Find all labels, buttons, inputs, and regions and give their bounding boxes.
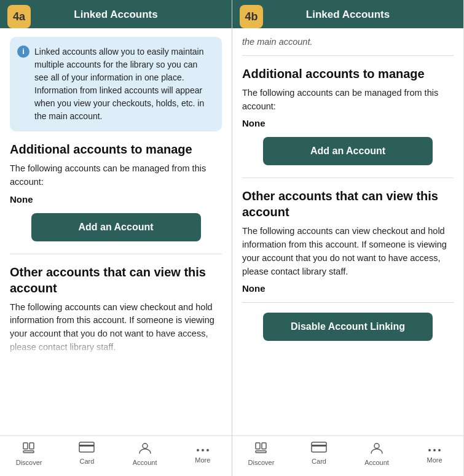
more-icon-4a	[196, 441, 210, 455]
svg-point-17	[438, 449, 441, 451]
add-account-button-4b[interactable]: Add an Account	[263, 137, 432, 165]
svg-rect-10	[262, 443, 266, 449]
svg-rect-13	[312, 445, 326, 447]
nav-account-4a[interactable]: Account	[116, 441, 174, 466]
svg-point-16	[433, 449, 436, 451]
scrolled-text-4b: the main account.	[242, 36, 454, 49]
step-badge-4a: 4a	[7, 5, 31, 28]
header-4b: 4b Linked Accounts	[232, 0, 463, 28]
section2-desc-4b: The following accounts can view checkout…	[242, 225, 454, 278]
nav-discover-label-4a: Discover	[16, 459, 42, 466]
section2-desc-4a: The following accounts can view checkout…	[10, 301, 222, 354]
info-icon-4a: i	[17, 45, 29, 58]
scroll-content-4b: the main account. Additional accounts to…	[232, 28, 463, 435]
svg-point-14	[374, 443, 379, 448]
svg-rect-3	[79, 442, 94, 452]
section2-title-4b: Other accounts that can view this accoun…	[242, 188, 454, 220]
svg-rect-12	[312, 442, 326, 452]
section1-none-4a: None	[10, 194, 222, 205]
svg-rect-0	[23, 443, 28, 449]
header-title-4b: Linked Accounts	[306, 9, 390, 20]
nav-more-label-4a: More	[195, 456, 210, 464]
nav-more-4b[interactable]: More	[406, 441, 463, 466]
divider-4a	[10, 254, 222, 254]
svg-point-6	[197, 449, 199, 451]
nav-card-label-4a: Card	[79, 458, 94, 465]
bottom-nav-4b: Discover Card Account	[232, 435, 463, 476]
nav-account-label-4a: Account	[133, 459, 157, 466]
svg-rect-1	[29, 443, 34, 449]
bottom-nav-4a: Discover Card Account	[0, 435, 232, 476]
add-account-button-4a[interactable]: Add an Account	[31, 213, 201, 241]
panel-4a: 4a Linked Accounts i Linked accounts all…	[0, 0, 232, 476]
nav-card-4b[interactable]: Card	[290, 441, 348, 466]
more-icon-4b	[428, 441, 441, 455]
svg-point-7	[202, 449, 204, 451]
scroll-content-4a: i Linked accounts allow you to easily ma…	[0, 28, 232, 435]
svg-rect-9	[256, 443, 260, 449]
section1-title-4b: Additional accounts to manage	[242, 66, 454, 82]
discover-icon-4a	[22, 441, 36, 457]
nav-account-label-4b: Account	[364, 459, 389, 466]
svg-rect-2	[23, 451, 34, 453]
nav-discover-label-4b: Discover	[248, 459, 275, 466]
nav-card-4a[interactable]: Card	[58, 441, 116, 466]
info-box-4a: i Linked accounts allow you to easily ma…	[10, 37, 222, 131]
card-icon-4b	[311, 441, 327, 456]
section1-desc-4a: The following accounts can be managed fr…	[10, 162, 222, 189]
header-4a: 4a Linked Accounts	[0, 0, 232, 28]
nav-card-label-4b: Card	[312, 458, 326, 465]
nav-more-label-4b: More	[427, 456, 442, 464]
step-badge-4b: 4b	[240, 5, 263, 28]
disable-account-linking-button[interactable]: Disable Account Linking	[263, 313, 432, 341]
mid-divider-4b	[242, 178, 454, 178]
panel-4b: 4b Linked Accounts the main account. Add…	[232, 0, 463, 476]
account-icon-4a	[138, 441, 152, 457]
nav-account-4b[interactable]: Account	[348, 441, 406, 466]
section1-desc-4b: The following accounts can be managed fr…	[242, 87, 454, 114]
account-icon-4b	[370, 441, 383, 457]
svg-point-5	[143, 443, 147, 448]
card-icon-4a	[79, 441, 95, 456]
nav-more-4a[interactable]: More	[174, 441, 232, 466]
section2-none-4b: None	[242, 283, 454, 294]
bottom-divider-4b	[242, 302, 454, 303]
discover-icon-4b	[254, 441, 269, 457]
svg-rect-11	[256, 451, 266, 453]
section1-none-4b: None	[242, 118, 454, 128]
info-text-4a: Linked accounts allow you to easily main…	[34, 47, 204, 121]
svg-point-8	[206, 449, 209, 451]
header-title-4a: Linked Accounts	[74, 9, 157, 20]
section2-title-4a: Other accounts that can view this accoun…	[10, 264, 222, 296]
nav-discover-4b[interactable]: Discover	[232, 441, 290, 466]
svg-point-15	[428, 449, 431, 451]
svg-rect-4	[79, 445, 94, 447]
section1-title-4a: Additional accounts to manage	[10, 141, 222, 157]
top-divider-4b	[242, 55, 454, 56]
nav-discover-4a[interactable]: Discover	[0, 441, 58, 466]
